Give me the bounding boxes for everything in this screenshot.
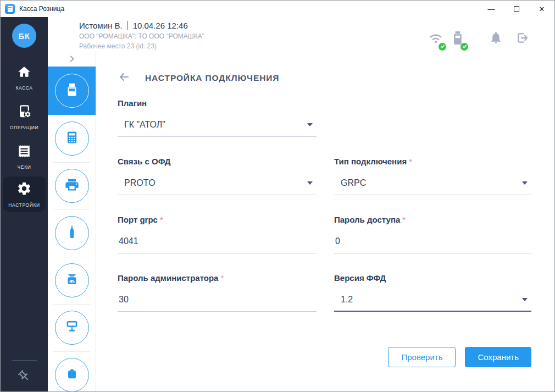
chevron-down-icon xyxy=(522,181,528,185)
device-sidebar xyxy=(48,53,96,391)
sidebar-divider xyxy=(12,360,37,361)
admin-password-input[interactable]: 30 xyxy=(118,295,317,312)
maximize-button[interactable] xyxy=(504,1,529,17)
grpc-port-input[interactable]: 4041 xyxy=(118,236,317,253)
device-item-bottle-egais[interactable] xyxy=(48,209,96,257)
printer-icon xyxy=(64,177,80,195)
bottle-icon xyxy=(64,224,80,242)
fiscal-device-status[interactable] xyxy=(449,30,466,48)
main-sidebar: БК КАССА ОПЕ xyxy=(1,17,48,391)
pin-icon xyxy=(18,375,31,384)
connection-form: Плагин ГК "АТОЛ" Связь с ОФД PROTO Тип п… xyxy=(118,98,531,312)
receipt-icon xyxy=(17,144,31,161)
window-title: Касса Розница xyxy=(19,5,64,13)
ofd-select[interactable]: PROTO xyxy=(118,178,317,195)
device-partial-icon xyxy=(64,366,80,384)
scales-icon xyxy=(64,272,80,289)
chevron-right-icon xyxy=(66,53,77,67)
app-logo-icon xyxy=(5,4,15,14)
verify-button[interactable]: Проверить xyxy=(388,347,456,367)
fiscal-ok-badge xyxy=(460,43,468,51)
settings-panel: НАСТРОЙКА ПОДКЛЮЧЕНИЯ Плагин ГК "АТОЛ" С… xyxy=(96,53,554,391)
workplace: Рабочее место 23 (id: 23) xyxy=(79,42,204,50)
device-item-fiscal-register[interactable] xyxy=(48,67,96,115)
field-ofd-link: Связь с ОФД PROTO xyxy=(118,157,317,195)
logout-icon xyxy=(515,30,530,48)
access-password-input[interactable]: 0 xyxy=(334,236,531,253)
save-button[interactable]: Сохранить xyxy=(465,347,531,367)
device-item-scales[interactable] xyxy=(48,257,96,304)
user-avatar[interactable]: БК xyxy=(12,24,36,48)
customer-display-icon xyxy=(64,319,80,336)
pin-sidebar-button[interactable] xyxy=(18,369,31,385)
logout-button[interactable] xyxy=(515,30,530,48)
chevron-down-icon xyxy=(307,181,313,185)
organization: ООО "РОМАШКА": ТО ООО "РОМАШКА" xyxy=(79,32,204,40)
title-bar: Касса Розница — ✕ xyxy=(1,1,554,17)
back-button[interactable] xyxy=(118,71,131,85)
datetime: 10.04.26 12:46 xyxy=(133,21,188,30)
notifications-button[interactable] xyxy=(489,31,503,47)
field-connection-type: Тип подключения* GRPC xyxy=(334,157,531,195)
arrow-left-icon xyxy=(118,70,131,86)
field-admin-password: Пароль администратора* 30 xyxy=(118,273,317,312)
minimize-button[interactable]: — xyxy=(479,1,504,17)
device-item-calculator[interactable] xyxy=(48,115,96,162)
sidebar-item-nastroyki[interactable]: НАСТРОЙКИ xyxy=(3,176,46,212)
chevron-down-icon xyxy=(307,123,313,126)
sidebar-item-kassa[interactable]: КАССА xyxy=(1,58,48,97)
sidebar-item-cheki[interactable]: ЧЕКИ xyxy=(1,137,48,176)
plugin-select[interactable]: ГК "АТОЛ" xyxy=(118,120,317,137)
close-button[interactable]: ✕ xyxy=(529,1,554,17)
device-item-partial[interactable] xyxy=(48,351,96,391)
page-title: НАСТРОЙКА ПОДКЛЮЧЕНИЯ xyxy=(145,73,279,83)
device-item-customer-display[interactable] xyxy=(48,304,96,351)
top-bar: Истомин В. 10.04.26 12:46 ООО "РОМАШКА":… xyxy=(48,17,554,53)
connection-type-select[interactable]: GRPC xyxy=(334,178,531,195)
expand-sidebar-button[interactable] xyxy=(48,53,96,67)
bell-icon xyxy=(489,31,503,47)
calculator-icon xyxy=(64,130,80,147)
field-grpc-port: Порт grpc* 4041 xyxy=(118,215,317,253)
chevron-down-icon xyxy=(522,298,528,301)
wifi-ok-badge xyxy=(439,43,446,51)
home-icon xyxy=(17,65,31,81)
field-plugin: Плагин ГК "АТОЛ" xyxy=(118,98,317,137)
operations-terminal-icon xyxy=(17,104,32,121)
device-item-printer[interactable] xyxy=(48,162,96,209)
app-window: Касса Розница — ✕ БК КАССА xyxy=(0,0,555,392)
user-separator xyxy=(127,21,128,30)
maximize-icon xyxy=(514,6,519,12)
fiscal-register-icon xyxy=(64,81,80,100)
field-access-password: Пароль доступа* 0 xyxy=(334,215,531,253)
ffd-version-select[interactable]: 1.2 xyxy=(334,295,531,312)
user-name: Истомин В. xyxy=(79,21,123,30)
wifi-status[interactable] xyxy=(428,30,444,48)
field-ffd-version: Версия ФФД 1.2 xyxy=(334,273,531,312)
sidebar-item-operacii[interactable]: ОПЕРАЦИИ xyxy=(1,97,48,137)
gear-icon xyxy=(16,181,32,198)
